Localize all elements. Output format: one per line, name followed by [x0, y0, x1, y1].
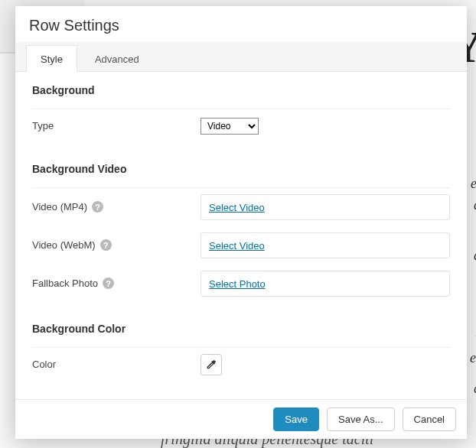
help-icon[interactable]: ? — [103, 278, 114, 289]
row-settings-modal: Row Settings Style Advanced Background T… — [15, 6, 467, 439]
field-fallback-photo-label: Fallback Photo ? — [32, 278, 201, 289]
page-preview-frag: el — [471, 176, 476, 192]
settings-body[interactable]: Background Type None Color Photo Video B… — [15, 72, 467, 399]
fallback-photo-picker[interactable]: Select Photo — [201, 271, 450, 297]
section-background-color-heading: Background Color — [32, 310, 450, 341]
tab-advanced[interactable]: Advanced — [80, 45, 154, 72]
field-video-webm-label-text: Video (WebM) — [32, 239, 96, 251]
field-video-mp4-control: Select Video — [201, 194, 450, 220]
tab-advanced-label: Advanced — [95, 54, 139, 65]
field-fallback-photo-control: Select Photo — [201, 271, 450, 297]
color-picker-button[interactable] — [201, 354, 222, 375]
field-type-control: None Color Photo Video — [201, 118, 450, 135]
section-background-heading: Background — [32, 72, 450, 102]
help-icon[interactable]: ? — [92, 201, 103, 213]
select-video-mp4-link[interactable]: Select Video — [209, 202, 265, 213]
field-color-control — [201, 354, 450, 375]
modal-footer: Save Save As... Cancel — [15, 399, 467, 439]
field-fallback-photo-label-text: Fallback Photo — [32, 278, 98, 289]
field-video-webm-label: Video (WebM) ? — [32, 239, 201, 251]
page-preview-frag: e: — [470, 350, 476, 366]
modal-header: Row Settings — [15, 6, 467, 42]
field-video-mp4: Video (MP4) ? Select Video — [32, 188, 450, 226]
cancel-button[interactable]: Cancel — [403, 407, 456, 431]
field-color-label: Color — [32, 359, 201, 370]
save-as-button[interactable]: Save As... — [327, 407, 395, 431]
spacer — [32, 389, 450, 399]
select-fallback-photo-link[interactable]: Select Photo — [209, 278, 266, 290]
section-background-video: Background Video Video (MP4) ? Select Vi… — [32, 151, 450, 310]
modal-title: Row Settings — [29, 17, 453, 34]
field-video-webm: Video (WebM) ? Select Video — [32, 226, 450, 265]
save-button[interactable]: Save — [273, 407, 319, 431]
field-video-webm-control: Select Video — [201, 232, 450, 258]
tab-style[interactable]: Style — [26, 45, 77, 72]
field-color: Color — [32, 348, 450, 381]
help-icon[interactable]: ? — [100, 239, 112, 251]
section-background: Background Type None Color Photo Video — [32, 72, 450, 151]
tabs-bar: Style Advanced — [15, 42, 467, 72]
field-video-mp4-label-text: Video (MP4) — [32, 201, 87, 213]
section-background-color: Background Color Color — [32, 310, 450, 389]
select-video-webm-link[interactable]: Select Video — [209, 240, 265, 252]
video-webm-picker[interactable]: Select Video — [201, 232, 450, 258]
video-mp4-picker[interactable]: Select Video — [201, 194, 450, 220]
tab-style-label: Style — [41, 54, 63, 65]
eyedropper-icon — [205, 359, 217, 371]
field-fallback-photo: Fallback Photo ? Select Photo — [32, 265, 450, 303]
section-background-video-heading: Background Video — [32, 151, 450, 181]
field-type: Type None Color Photo Video — [32, 109, 450, 143]
page-preview-strip: Y el a t d r e: q l — [470, 0, 476, 448]
field-type-label: Type — [32, 120, 201, 131]
field-video-mp4-label: Video (MP4) ? — [32, 201, 201, 213]
type-select[interactable]: None Color Photo Video — [201, 118, 259, 135]
